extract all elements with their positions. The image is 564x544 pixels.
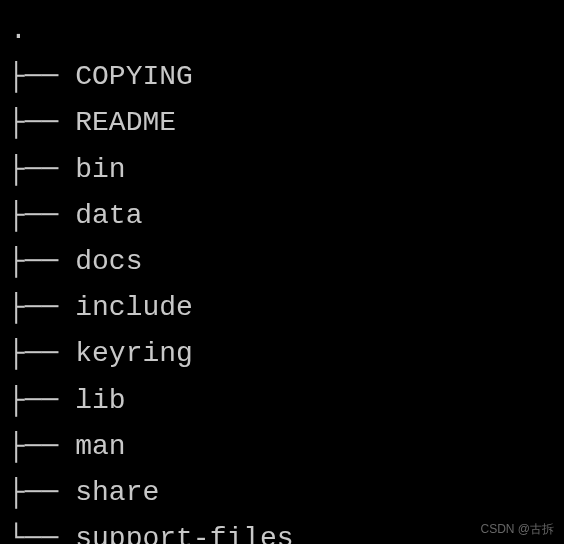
- tree-entry: ├── bin: [8, 147, 564, 193]
- tree-entry: ├── include: [8, 285, 564, 331]
- branch-mid-icon: ├──: [8, 200, 75, 231]
- entry-name: README: [75, 107, 176, 138]
- tree-root-dot: .: [8, 8, 564, 54]
- branch-mid-icon: ├──: [8, 154, 75, 185]
- branch-mid-icon: ├──: [8, 61, 75, 92]
- tree-entry: ├── share: [8, 470, 564, 516]
- branch-mid-icon: ├──: [8, 338, 75, 369]
- branch-mid-icon: ├──: [8, 431, 75, 462]
- entry-name: docs: [75, 246, 142, 277]
- entry-name: bin: [75, 154, 125, 185]
- entry-name: include: [75, 292, 193, 323]
- tree-entries: ├── COPYING├── README├── bin├── data├── …: [8, 54, 564, 544]
- tree-entry: ├── keyring: [8, 331, 564, 377]
- branch-mid-icon: ├──: [8, 477, 75, 508]
- branch-last-icon: └──: [8, 523, 75, 544]
- entry-name: lib: [75, 385, 125, 416]
- tree-entry: ├── lib: [8, 378, 564, 424]
- entry-name: COPYING: [75, 61, 193, 92]
- tree-entry: ├── COPYING: [8, 54, 564, 100]
- branch-mid-icon: ├──: [8, 107, 75, 138]
- tree-entry: ├── data: [8, 193, 564, 239]
- tree-entry: ├── README: [8, 100, 564, 146]
- entry-name: data: [75, 200, 142, 231]
- entry-name: keyring: [75, 338, 193, 369]
- entry-name: man: [75, 431, 125, 462]
- entry-name: share: [75, 477, 159, 508]
- branch-mid-icon: ├──: [8, 385, 75, 416]
- branch-mid-icon: ├──: [8, 292, 75, 323]
- branch-mid-icon: ├──: [8, 246, 75, 277]
- tree-output: . ├── COPYING├── README├── bin├── data├─…: [8, 8, 564, 544]
- tree-entry: ├── man: [8, 424, 564, 470]
- entry-name: support-files: [75, 523, 293, 544]
- watermark: CSDN @古拆: [480, 521, 554, 538]
- tree-entry: ├── docs: [8, 239, 564, 285]
